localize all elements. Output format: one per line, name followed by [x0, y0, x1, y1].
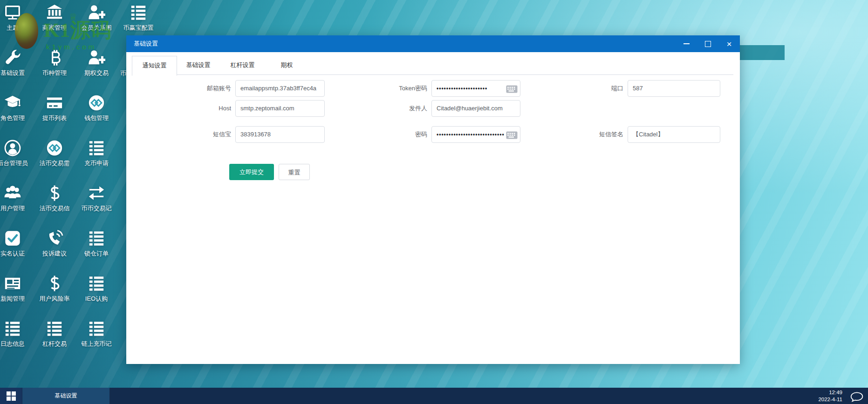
coin-logo-icon [75, 94, 117, 113]
desktop-icon-label: 用户管理 [0, 205, 34, 212]
bitcoin-icon [34, 49, 75, 67]
tab-3[interactable]: 杠杆设置 [220, 56, 265, 74]
desktop-icon[interactable]: 链上充币记 [75, 320, 117, 347]
desktop-selection-highlight [740, 45, 785, 60]
close-icon: × [726, 40, 731, 48]
card-icon [34, 94, 75, 113]
chat-bubble-icon[interactable] [850, 391, 864, 402]
desktop-icon[interactable]: 主题 [0, 4, 34, 31]
desktop-icon[interactable]: 投诉建议 [34, 229, 75, 257]
maximize-button[interactable] [697, 35, 718, 52]
desktop-icon-label: 主题 [0, 25, 34, 31]
desktop-icon[interactable]: 充币申请 [75, 139, 117, 167]
desktop-icon-label: 会员关系图 [75, 25, 117, 31]
desktop-icon-label: 锁仓订单 [75, 250, 117, 257]
dollar-icon [34, 275, 75, 293]
field-label: 短信签名 [549, 126, 623, 143]
field-input[interactable]: 【Citadel】 [628, 126, 720, 143]
list-icon [75, 229, 117, 248]
desktop-icon[interactable]: 锁仓订单 [75, 229, 117, 257]
field-input[interactable]: 383913678 [235, 126, 325, 143]
window-titlebar[interactable]: 基础设置 × [126, 35, 740, 52]
taskbar: 基础设置 12:49 2022-4-11 [0, 388, 868, 404]
window-title: 基础设置 [134, 40, 676, 48]
desktop-icon[interactable]: 商家管理 [34, 4, 75, 31]
tab-2[interactable]: 基础设置 [176, 56, 220, 74]
minimize-icon [683, 43, 690, 44]
partially-covered-desktop-icon-label: 币 [120, 69, 126, 78]
desktop-icon[interactable]: IEO认购 [75, 275, 117, 302]
start-button[interactable] [0, 388, 22, 404]
desktop-icon[interactable]: 基础设置 [0, 49, 34, 76]
desktop-icon-label: 基础设置 [0, 70, 34, 76]
phone-icon [34, 229, 75, 248]
clock-date: 2022-4-11 [818, 396, 842, 403]
field-input[interactable]: •••••••••••••••••••••••••••• [431, 126, 520, 143]
field-input[interactable]: smtp.zeptomail.com [235, 100, 325, 117]
admin-user-icon [0, 139, 34, 158]
list-icon [0, 320, 34, 338]
field-input[interactable]: Citadel@huaerjiebit.com [431, 100, 520, 117]
field-label: 邮箱账号 [157, 80, 231, 97]
users-icon [0, 184, 34, 203]
desktop-icon-label: IEO认购 [75, 296, 117, 302]
desktop-icon[interactable]: 币种管理 [34, 49, 75, 76]
desktop-icon[interactable]: 日志信息 [0, 320, 34, 347]
field-input[interactable]: emailappsmtp.37ab3ff7ec4a [235, 80, 325, 97]
desktop-icon[interactable]: 会员关系图 [75, 4, 117, 31]
desktop-icon-label: 后台管理员 [0, 160, 34, 167]
tab-4[interactable]: 期权 [265, 56, 309, 74]
field-value: smtp.zeptomail.com [236, 101, 324, 116]
desktop-icon-label: 法币交易信 [34, 205, 75, 212]
desktop-icon-label: 提币列表 [34, 115, 75, 121]
maximize-icon [705, 41, 711, 47]
desktop-icon-label: 新闻管理 [0, 296, 34, 302]
close-button[interactable]: × [718, 35, 740, 52]
desktop-icon-label: 币币交易记 [75, 205, 117, 212]
bank-icon [34, 4, 75, 22]
field-input[interactable]: ••••••••••••••••••••• [431, 80, 520, 97]
desktop-icon[interactable]: 提币列表 [34, 94, 75, 121]
keyboard-icon[interactable] [506, 130, 518, 139]
desktop-icon[interactable]: 法币交易信 [34, 184, 75, 212]
desktop-icon[interactable]: 币赢宝配置 [117, 4, 159, 31]
desktop-icon-label: 充币申请 [75, 160, 117, 167]
submit-button[interactable]: 立即提交 [229, 164, 274, 180]
field-input[interactable]: 587 [628, 80, 720, 97]
field-label: 发件人 [353, 100, 427, 117]
desktop-icon[interactable]: 用户风险率 [34, 275, 75, 302]
field-label: 端口 [549, 80, 623, 97]
desktop-icon-label: 币种管理 [34, 70, 75, 76]
desktop-icon-label: 商家管理 [34, 25, 75, 31]
desktop-icon-label: 钱包管理 [75, 115, 117, 121]
list-icon [75, 320, 117, 338]
desktop-icon[interactable]: 实名认证 [0, 229, 34, 257]
tab-divider [132, 74, 733, 75]
tab-strip: 通知设置基础设置杠杆设置期权 [126, 56, 740, 75]
desktop-icon[interactable]: 后台管理员 [0, 139, 34, 167]
user-plus-icon [75, 49, 117, 67]
minimize-button[interactable] [676, 35, 697, 52]
tab-1[interactable]: 通知设置 [132, 56, 177, 76]
check-square-icon [0, 229, 34, 248]
taskbar-clock[interactable]: 12:49 2022-4-11 [818, 389, 842, 403]
field-value: 383913678 [236, 127, 324, 142]
desktop-icon[interactable]: 用户管理 [0, 184, 34, 212]
desktop-icon-label: 日志信息 [0, 341, 34, 347]
desktop-icon[interactable]: 角色管理 [0, 94, 34, 121]
taskbar-task-item[interactable]: 基础设置 [22, 388, 109, 404]
reset-button[interactable]: 重置 [279, 164, 310, 180]
list-icon [75, 139, 117, 158]
keyboard-icon[interactable] [506, 84, 518, 93]
desktop-icon-label: 币赢宝配置 [117, 25, 159, 31]
desktop-icon[interactable]: 新闻管理 [0, 275, 34, 302]
desktop-icon[interactable]: 钱包管理 [75, 94, 117, 121]
desktop-icon[interactable]: 法币交易需 [34, 139, 75, 167]
desktop-icon[interactable]: 杠杆交易 [34, 320, 75, 347]
list-icon [34, 320, 75, 338]
desktop-icon-label: 杠杆交易 [34, 341, 75, 347]
swap-icon [75, 184, 117, 203]
desktop-icon[interactable]: 期权交易 [75, 49, 117, 76]
newspaper-icon [0, 275, 34, 293]
desktop-icon[interactable]: 币币交易记 [75, 184, 117, 212]
